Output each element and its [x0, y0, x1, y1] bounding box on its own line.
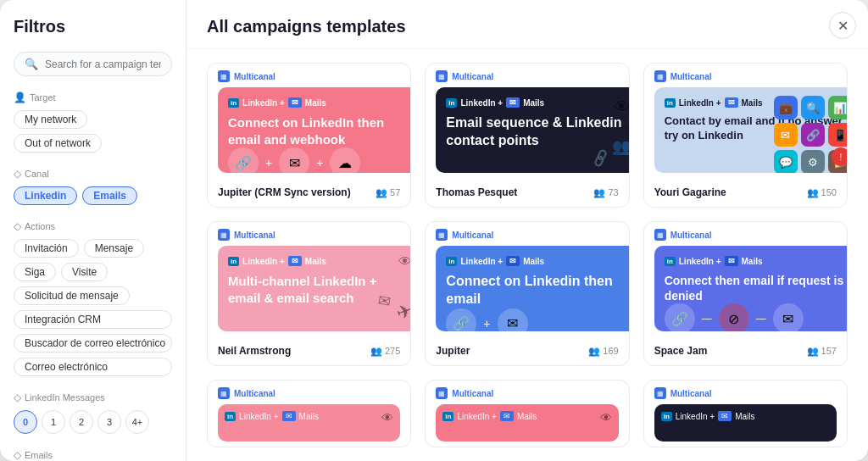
cards-grid: ▦ Multicanal in LinkedIn + ✉ Mails Conne… — [186, 49, 868, 461]
mail-icon-2: ✉ — [506, 97, 520, 108]
thumb-6: in LinkedIn + ✉ Mails Connect then email… — [654, 246, 848, 331]
card-thomas[interactable]: ▦ Multicanal in LinkedIn + ✉ Mails Email… — [425, 63, 629, 208]
chip-emails[interactable]: Emails — [82, 186, 137, 205]
linkedin-number-chips: 0 1 2 3 4+ — [14, 410, 172, 434]
multicanal-icon-9: ▦ — [654, 387, 666, 399]
canal-label: ◇ Canal — [14, 168, 172, 180]
thumb-1: in LinkedIn + ✉ Mails Connect on LinkedI… — [218, 87, 411, 173]
num-chip-li-2[interactable]: 2 — [70, 410, 93, 434]
card-partial-2[interactable]: ▦ Multicanal in LinkedIn + ✉ Mails 👁 — [425, 380, 629, 447]
multicanal-icon-8: ▦ — [436, 387, 448, 399]
card-partial-1[interactable]: ▦ Multicanal in LinkedIn + ✉ Mails 👁 — [207, 380, 411, 447]
close-button[interactable]: ✕ — [829, 12, 856, 39]
card-name-3: Youri Gagarine — [654, 186, 726, 198]
badge-1: Multicanal — [234, 72, 275, 81]
card-spacejam[interactable]: ▦ Multicanal in LinkedIn + ✉ Mails Conne… — [643, 221, 848, 366]
deco-users: 👥 — [612, 137, 630, 156]
action-chips: Invitación Mensaje Siga Visite Solicitud… — [14, 239, 172, 376]
target-label: 👤 Target — [14, 92, 172, 103]
chip-visite[interactable]: Visite — [61, 263, 108, 281]
card-jupiter[interactable]: ▦ Multicanal in LinkedIn + ✉ Mails Conne… — [425, 221, 629, 366]
grid-icon-3: 📊 — [828, 96, 848, 119]
dash-6: — — [702, 313, 712, 325]
multicanal-icon-5: ▦ — [436, 229, 448, 241]
card-info-2: Thomas Pesquet 👥 73 — [426, 178, 628, 207]
deco-eye-7: 👁 — [381, 411, 393, 425]
chip-invitacion[interactable]: Invitación — [14, 239, 79, 258]
thumb-icons-row-6: 🔗 — ⊘ — ✉ — [665, 303, 847, 331]
card-youri[interactable]: ▦ Multicanal in LinkedIn + ✉ Mails Conta… — [643, 63, 848, 208]
chip-my-network[interactable]: My network — [14, 110, 87, 129]
chip-linkedin[interactable]: Linkedin — [14, 186, 77, 205]
modal: ✕ Filtros 🔍 👤 Target My network Out of n… — [0, 0, 868, 461]
target-chips: My network Out of network — [14, 110, 172, 153]
thumb-icon-cloud: ☁ — [330, 147, 360, 173]
mail-icon-1: ✉ — [288, 97, 302, 108]
emails-section: ◇ Emails 0 1 2 3 4+ — [14, 449, 172, 461]
card-name-2: Thomas Pesquet — [436, 186, 517, 198]
card-neil[interactable]: ▦ Multicanal in LinkedIn + ✉ Mails Multi… — [207, 221, 411, 366]
li-icon-8: in — [442, 412, 453, 421]
num-chip-li-1[interactable]: 1 — [42, 410, 65, 434]
chip-mensaje[interactable]: Mensaje — [84, 239, 144, 258]
chip-integracion[interactable]: Integración CRM — [14, 310, 172, 329]
chip-correo[interactable]: Correo electrónico — [14, 358, 172, 376]
card-count-1: 👥 57 — [376, 187, 400, 198]
card-count-2: 👥 73 — [593, 187, 618, 198]
multicanal-icon-7: ▦ — [218, 387, 230, 399]
num-chip-li-4plus[interactable]: 4+ — [125, 410, 149, 434]
thumb-tag-6: in LinkedIn + ✉ Mails — [665, 256, 847, 266]
card-jupiter-crm[interactable]: ▦ Multicanal in LinkedIn + ✉ Mails Conne… — [207, 63, 411, 208]
chip-solicitud[interactable]: Solicitud de mensaje — [14, 286, 130, 305]
badge-3: Multicanal — [670, 72, 712, 81]
card-count-3: 👥 150 — [807, 187, 837, 198]
badge-9: Multicanal — [670, 389, 712, 398]
search-icon: 🔍 — [25, 58, 38, 70]
mail-icon-8: ✉ — [500, 411, 514, 421]
thumb-title-2: Email sequence & Linkedin contact points — [446, 114, 628, 150]
thumb-5: in LinkedIn + ✉ Mails Connect on Linkedi… — [436, 246, 629, 331]
card-partial-3[interactable]: ▦ Multicanal in LinkedIn + ✉ Mails — [643, 380, 848, 447]
card-info-3: Youri Gagarine 👥 150 — [644, 178, 847, 207]
multicanal-icon-6: ▦ — [654, 229, 666, 241]
emails-icon: ◇ — [14, 449, 21, 461]
canal-section: ◇ Canal Linkedin Emails — [14, 168, 172, 205]
chip-out-of-network[interactable]: Out of network — [14, 134, 102, 153]
card-count-5: 👥 169 — [588, 346, 618, 357]
grid-icon-4: ✉ — [774, 123, 798, 147]
thumb-icon-no-6: ⊘ — [719, 303, 749, 331]
num-chip-li-3[interactable]: 3 — [97, 410, 121, 434]
card-info-6: Space Jam 👥 157 — [644, 336, 847, 365]
target-section: 👤 Target My network Out of network — [14, 92, 172, 153]
chip-buscador[interactable]: Buscador de correo electrónico — [14, 334, 172, 353]
actions-label: ◇ Actions — [14, 220, 172, 232]
li-icon-5: in — [446, 257, 457, 266]
mail-icon-9: ✉ — [718, 411, 732, 421]
thumb-3: in LinkedIn + ✉ Mails Contact by email a… — [654, 87, 848, 173]
canal-icon: ◇ — [14, 168, 21, 180]
thumb-icon-mail: ✉ — [279, 147, 309, 173]
linkedin-messages-section: ◇ LinkedIn Messages 0 1 2 3 4+ — [14, 392, 172, 434]
multicanal-icon-4: ▦ — [218, 229, 230, 241]
li-icon-4: in — [228, 257, 239, 266]
thumb-title-6: Connect then email if request is denied — [665, 273, 847, 303]
mail-icon-6: ✉ — [725, 256, 738, 266]
search-input[interactable] — [45, 58, 161, 70]
main-header: All campaigns templates — [186, 0, 868, 49]
actions-section: ◇ Actions Invitación Mensaje Siga Visite… — [14, 220, 172, 376]
deco-eye: 👁 — [614, 97, 630, 117]
chip-siga[interactable]: Siga — [14, 263, 56, 281]
grid-icon-6: 📱 — [828, 123, 848, 147]
close-icon: ✕ — [837, 18, 849, 34]
linkedin-messages-label: ◇ LinkedIn Messages — [14, 392, 172, 403]
emails-label: ◇ Emails — [14, 449, 172, 461]
thumb-4: in LinkedIn + ✉ Mails Multi-channel Link… — [218, 246, 411, 331]
deco-bottom-3: ! — [832, 147, 848, 166]
sidebar-title: Filtros — [14, 17, 172, 36]
card-count-4: 👥 275 — [370, 346, 400, 357]
grid-icon-2: 🔍 — [801, 96, 825, 119]
card-count-6: 👥 157 — [807, 346, 837, 357]
card-info-1: Jupiter (CRM Sync version) 👥 57 — [208, 178, 410, 207]
num-chip-li-0[interactable]: 0 — [14, 410, 37, 434]
grid-icon-8: ⚙ — [801, 150, 825, 173]
